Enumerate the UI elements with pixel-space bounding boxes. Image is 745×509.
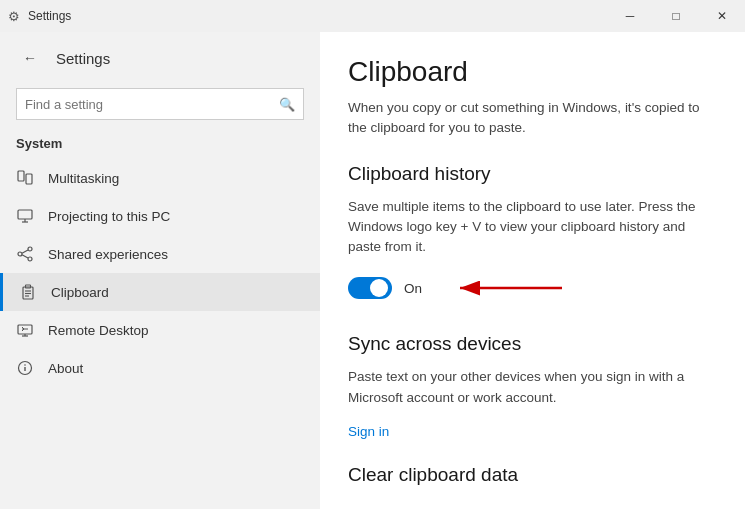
clipboard-icon <box>19 283 37 301</box>
back-button[interactable]: ← <box>16 44 44 72</box>
sidebar-item-projecting[interactable]: Projecting to this PC <box>0 197 320 235</box>
sidebar-app-title: Settings <box>56 50 110 67</box>
svg-line-8 <box>22 250 28 253</box>
toggle-label: On <box>404 281 422 296</box>
about-label: About <box>48 361 83 376</box>
remote-label: Remote Desktop <box>48 323 149 338</box>
maximize-button[interactable]: □ <box>653 0 699 32</box>
toggle-knob <box>370 279 388 297</box>
settings-icon: ⚙ <box>8 9 20 24</box>
sidebar-item-remote[interactable]: Remote Desktop <box>0 311 320 349</box>
title-bar-controls: ─ □ ✕ <box>607 0 745 32</box>
multitasking-icon <box>16 169 34 187</box>
section-desc-clipboard-history: Save multiple items to the clipboard to … <box>348 197 717 258</box>
svg-line-9 <box>22 255 28 258</box>
svg-rect-1 <box>26 174 32 184</box>
sidebar: ← Settings 🔍 System Multitasking <box>0 32 320 509</box>
projecting-icon <box>16 207 34 225</box>
section-title-clear: Clear clipboard data <box>348 464 717 486</box>
sign-in-link[interactable]: Sign in <box>348 424 389 439</box>
svg-rect-0 <box>18 171 24 181</box>
sidebar-section-label: System <box>0 132 320 159</box>
shared-label: Shared experiences <box>48 247 168 262</box>
search-box: 🔍 <box>16 88 304 120</box>
svg-point-7 <box>28 257 32 261</box>
sidebar-item-shared[interactable]: Shared experiences <box>0 235 320 273</box>
shared-icon <box>16 245 34 263</box>
sidebar-item-multitasking[interactable]: Multitasking <box>0 159 320 197</box>
projecting-label: Projecting to this PC <box>48 209 170 224</box>
main-panel: Clipboard When you copy or cut something… <box>320 32 745 509</box>
svg-point-6 <box>18 252 22 256</box>
about-icon <box>16 359 34 377</box>
remote-icon <box>16 321 34 339</box>
title-bar-left: ⚙ Settings <box>8 9 71 24</box>
sidebar-header: ← Settings <box>0 32 320 84</box>
title-bar: ⚙ Settings ─ □ ✕ <box>0 0 745 32</box>
app-body: ← Settings 🔍 System Multitasking <box>0 32 745 509</box>
search-icon: 🔍 <box>279 97 295 112</box>
page-title: Clipboard <box>348 56 717 88</box>
minimize-button[interactable]: ─ <box>607 0 653 32</box>
clipboard-label: Clipboard <box>51 285 109 300</box>
section-title-sync: Sync across devices <box>348 333 717 355</box>
section-desc-sync: Paste text on your other devices when yo… <box>348 367 717 408</box>
search-input[interactable] <box>25 97 279 112</box>
close-button[interactable]: ✕ <box>699 0 745 32</box>
red-arrow-annotation <box>442 271 572 305</box>
svg-rect-2 <box>18 210 32 219</box>
page-desc: When you copy or cut something in Window… <box>348 98 717 139</box>
section-title-clipboard-history: Clipboard history <box>348 163 717 185</box>
title-bar-title: Settings <box>28 9 71 23</box>
svg-point-5 <box>28 247 32 251</box>
clipboard-history-toggle[interactable] <box>348 277 392 299</box>
sidebar-item-about[interactable]: About <box>0 349 320 387</box>
toggle-row: On <box>348 271 717 305</box>
multitasking-label: Multitasking <box>48 171 119 186</box>
sidebar-item-clipboard[interactable]: Clipboard <box>0 273 320 311</box>
svg-point-21 <box>24 364 26 366</box>
